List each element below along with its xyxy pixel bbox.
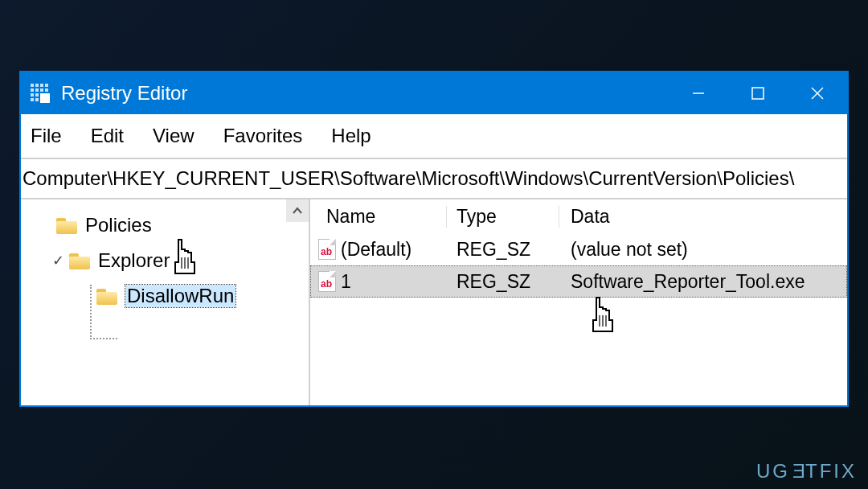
value-name: 1 [341,271,351,293]
address-text: Computer\HKEY_CURRENT_USER\Software\Micr… [23,167,794,190]
string-value-icon: ab [318,239,336,260]
content-area: Policies ✓ Explorer DisallowRun Name Typ… [21,199,847,405]
value-data: Software_Reporter_Tool.exe [559,271,847,293]
string-value-icon: ab [318,271,336,292]
column-header-type[interactable]: Type [447,206,559,228]
tree-item-policies[interactable]: Policies [21,208,309,243]
window-title: Registry Editor [61,82,187,105]
tree-label: Policies [85,214,152,236]
tree-label: DisallowRun [125,285,235,307]
scroll-up-button[interactable] [286,199,309,222]
registry-value-row[interactable]: ab (Default) REG_SZ (value not set) [310,233,847,265]
watermark-text: UGETFIX [756,460,857,483]
menu-view[interactable]: View [153,125,194,147]
maximize-button[interactable] [728,72,788,114]
tree-label: Explorer [98,249,170,272]
menu-file[interactable]: File [31,125,62,147]
collapse-icon[interactable]: ✓ [50,252,66,269]
minimize-button[interactable] [669,72,728,114]
value-data: (value not set) [559,239,847,261]
folder-icon [69,252,90,269]
tree-item-explorer[interactable]: ✓ Explorer [21,243,309,278]
list-header: Name Type Data [310,199,847,233]
value-type: REG_SZ [447,271,559,293]
close-button[interactable] [788,72,847,114]
folder-icon [96,287,117,305]
column-header-data[interactable]: Data [559,206,847,228]
value-type: REG_SZ [447,239,559,261]
address-bar[interactable]: Computer\HKEY_CURRENT_USER\Software\Micr… [21,159,847,199]
tree-item-disallowrun[interactable]: DisallowRun [21,278,309,314]
registry-editor-window: Registry Editor File Edit View Favorites… [19,71,849,407]
menu-edit[interactable]: Edit [91,125,124,147]
window-controls [669,72,847,114]
value-name: (Default) [341,239,411,261]
svg-rect-1 [752,88,764,99]
folder-icon [56,216,77,234]
menu-help[interactable]: Help [331,125,371,147]
regedit-app-icon [31,84,50,103]
menu-favorites[interactable]: Favorites [223,125,303,147]
list-pane[interactable]: Name Type Data ab (Default) REG_SZ (valu… [310,199,847,405]
registry-value-row[interactable]: ab 1 REG_SZ Software_Reporter_Tool.exe [310,265,847,298]
menubar: File Edit View Favorites Help [21,114,847,159]
column-header-name[interactable]: Name [310,206,447,228]
titlebar[interactable]: Registry Editor [21,72,847,114]
tree-pane[interactable]: Policies ✓ Explorer DisallowRun [21,199,310,405]
